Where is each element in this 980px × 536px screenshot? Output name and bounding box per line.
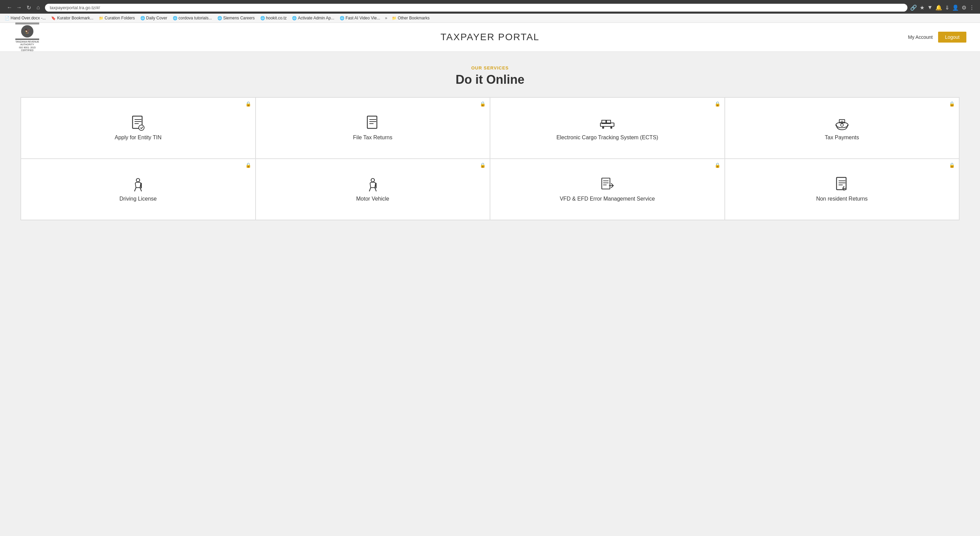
service-motor-vehicle[interactable]: 🔒 Motor Vehicle [256,159,490,220]
bookmark-cordova-icon: 🌐 [173,16,178,21]
bookmark-other[interactable]: 📁 Other Bookmarks [390,15,431,21]
share-icon[interactable]: 🔗 [910,5,917,11]
bookmark-daily-cover-label: Daily Cover [146,16,167,21]
svg-point-21 [136,178,140,182]
lock-icon-3: 🔒 [714,101,720,106]
service-file-tax[interactable]: 🔒 File Tax Returns [256,97,490,159]
bookmarks-bar: 📄 Hand Over.docx -... 🔖 Kurator Bookmark… [0,14,980,23]
services-grid: 🔒 Apply for Entity TIN 🔒 [21,97,959,220]
lock-icon-4: 🔒 [949,101,955,106]
bookmark-fastai-label: Fast AI Video Vie... [345,16,380,21]
entity-tin-icon [129,115,147,134]
services-title: Do it Online [21,73,959,87]
bookmark-activate[interactable]: 🌐 Activate Admin Ap... [290,15,336,21]
bookmark-cordova-label: cordova tutorials... [178,16,212,21]
reload-button[interactable]: ↻ [24,3,33,11]
settings-icon[interactable]: ⚙ [962,5,966,11]
lock-icon-7: 🔒 [714,162,720,168]
bookmark-activate-icon: 🌐 [292,16,297,21]
bookmark-cordova[interactable]: 🌐 cordova tutorials... [171,15,214,21]
main-page: 🦅 TANZANIA REVENUE AUTHORITYISO 9001: 20… [0,23,980,241]
bookmark-other-icon: 📁 [392,16,397,21]
bookmark-fastai[interactable]: 🌐 Fast AI Video Vie... [338,15,382,21]
driving-license-label: Driving License [119,195,157,203]
non-resident-icon [833,176,851,195]
address-text: taxpayerportal.tra.go.tz/#/ [50,5,100,10]
svg-point-15 [602,127,604,129]
svg-rect-22 [141,183,142,188]
browser-toolbar: ← → ↻ ⌂ taxpayerportal.tra.go.tz/#/ 🔗 ★ … [3,2,977,14]
bookmark-kurator-icon: 🔖 [51,16,56,21]
bookmarks-more[interactable]: » [384,15,389,21]
vfd-efd-label: VFD & EFD Error Management Service [560,195,655,203]
vfd-efd-icon [598,176,616,195]
lock-icon-2: 🔒 [480,101,485,106]
service-vfd-efd[interactable]: 🔒 VFD & EFD Error Management Service [490,159,725,220]
bookmark-kurator-label: Kurator Bookmark... [57,16,93,21]
extensions-icon[interactable]: ▼ [927,5,932,11]
star-icon[interactable]: ★ [920,5,924,11]
file-tax-label: File Tax Returns [353,134,392,141]
bookmark-hookit[interactable]: 🌐 hookit.co.tz [258,15,289,21]
bookmark-daily-cover[interactable]: 🌐 Daily Cover [138,15,169,21]
svg-point-20 [841,124,843,126]
service-ects[interactable]: 🔒 Electronic Cargo Tracking System (ECTS… [490,97,725,159]
ects-label: Electronic Cargo Tracking System (ECTS) [557,134,658,141]
address-bar[interactable]: taxpayerportal.tra.go.tz/#/ [45,4,907,11]
browser-icons: 🔗 ★ ▼ 🔔 ⇓ 👤 ⚙ ⋮ [910,5,975,11]
svg-rect-25 [602,178,610,189]
svg-rect-24 [375,183,377,188]
bookmark-handover[interactable]: 📄 Hand Over.docx -... [3,15,48,21]
non-resident-label: Non resident Returns [816,195,867,203]
bookmark-siemens[interactable]: 🌐 Siemens Careers [215,15,257,21]
bookmark-handover-label: Hand Over.docx -... [11,16,46,21]
bookmark-daily-cover-icon: 🌐 [140,16,145,21]
profile-icon[interactable]: 👤 [952,5,959,11]
svg-rect-29 [837,178,846,190]
tax-payments-label: Tax Payments [825,134,859,141]
home-button[interactable]: ⌂ [34,3,42,11]
logout-button[interactable]: Logout [938,32,966,43]
services-section: OUR SERVICES Do it Online 🔒 [0,52,980,241]
notification-icon[interactable]: 🔔 [935,5,942,11]
lock-icon-8: 🔒 [949,162,955,168]
browser-chrome: ← → ↻ ⌂ taxpayerportal.tra.go.tz/#/ 🔗 ★ … [0,0,980,14]
driving-license-icon [129,176,147,195]
menu-icon[interactable]: ⋮ [969,5,975,11]
service-tax-payments[interactable]: 🔒 Tax Payments [725,97,959,159]
bookmark-curation-icon: 📁 [99,16,103,21]
entity-tin-label: Apply for Entity TIN [115,134,162,141]
my-account-link[interactable]: My Account [908,34,932,40]
forward-button[interactable]: → [15,3,23,11]
service-driving-license[interactable]: 🔒 Driving License [21,159,256,220]
svg-rect-7 [368,116,377,128]
bookmark-activate-label: Activate Admin Ap... [298,16,334,21]
bookmark-curation[interactable]: 📁 Curation Folders [97,15,137,21]
bookmark-curation-label: Curation Folders [105,16,135,21]
bookmark-other-label: Other Bookmarks [398,16,430,21]
bookmark-hookit-icon: 🌐 [260,16,265,21]
nav-buttons: ← → ↻ ⌂ [5,3,42,11]
bookmark-hookit-label: hookit.co.tz [266,16,287,21]
logo-area: 🦅 TANZANIA REVENUE AUTHORITYISO 9001: 20… [14,27,41,48]
service-entity-tin[interactable]: 🔒 Apply for Entity TIN [21,97,256,159]
bookmark-siemens-icon: 🌐 [217,16,222,21]
motor-vehicle-icon [364,176,382,195]
svg-point-4 [139,125,144,130]
site-title: TAXPAYER PORTAL [441,32,539,43]
lock-icon-5: 🔒 [245,162,251,168]
bookmark-siemens-label: Siemens Careers [223,16,255,21]
file-tax-icon [364,115,382,134]
bookmark-kurator[interactable]: 🔖 Kurator Bookmark... [49,15,95,21]
lock-icon-1: 🔒 [245,101,251,106]
lock-icon-6: 🔒 [480,162,485,168]
header-nav: My Account Logout [908,32,966,43]
back-button[interactable]: ← [5,3,14,11]
svg-point-23 [371,178,374,182]
bookmark-fastai-icon: 🌐 [340,16,345,21]
cargo-tracking-icon [598,115,616,134]
header: 🦅 TANZANIA REVENUE AUTHORITYISO 9001: 20… [0,23,980,52]
download-icon[interactable]: ⇓ [945,5,949,11]
bookmark-handover-icon: 📄 [5,16,10,21]
service-non-resident[interactable]: 🔒 Non resident Returns [725,159,959,220]
